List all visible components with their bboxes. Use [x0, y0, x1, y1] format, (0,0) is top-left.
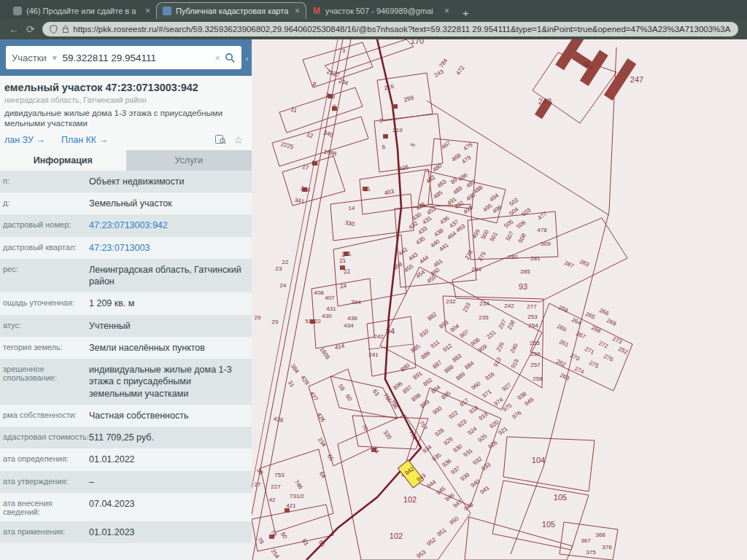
- parcel-label[interactable]: 431: [326, 306, 336, 312]
- parcel-label[interactable]: 434: [344, 322, 354, 329]
- parcel-label[interactable]: 277: [527, 303, 537, 310]
- parcel-label[interactable]: 6: [382, 144, 386, 150]
- parcel-label[interactable]: 248: [538, 97, 551, 106]
- parcel-label[interactable]: 105: [554, 493, 567, 502]
- parcel-label[interactable]: 21: [339, 257, 347, 264]
- info-row: рма собственности:Частная собственность: [0, 405, 252, 427]
- parcel-label[interactable]: 509: [541, 241, 551, 247]
- tab-close-icon[interactable]: ×: [295, 6, 300, 16]
- parcel-label[interactable]: 280: [508, 254, 518, 260]
- parcel-label[interactable]: 22: [282, 259, 289, 265]
- tab-close-icon[interactable]: ×: [444, 6, 449, 16]
- browser-tab-1[interactable]: (46) Продайте или сдайте в а ×: [7, 3, 156, 19]
- plan-kk-link[interactable]: План КК →: [61, 135, 108, 145]
- parcel-label[interactable]: 94: [386, 327, 395, 335]
- url-bar[interactable]: https://pkk.rosreestr.ru/#/search/59.325…: [42, 22, 738, 36]
- tab-services[interactable]: Услуги: [126, 150, 252, 171]
- parcel-label[interactable]: 170: [411, 39, 424, 45]
- info-row: дастровый квартал:47:23:0713003: [0, 237, 252, 259]
- parcel-label[interactable]: 232: [446, 298, 456, 305]
- info-row-value[interactable]: 47:23:0713003: [89, 242, 246, 254]
- parcel-label[interactable]: 256: [530, 351, 541, 357]
- parcel-label[interactable]: 376: [602, 544, 612, 551]
- parcel-label[interactable]: 51122: [305, 318, 321, 324]
- parcel-label[interactable]: 105: [542, 520, 555, 529]
- parcel-label[interactable]: 23: [276, 265, 282, 272]
- info-row-label: д:: [3, 198, 89, 209]
- parcel-label[interactable]: 102: [403, 495, 417, 504]
- parcel-label[interactable]: 753: [274, 472, 285, 478]
- sidebar-tabs: Информация Услуги: [0, 150, 252, 171]
- parcel-label[interactable]: 254: [528, 322, 538, 329]
- browser-tab-2-active[interactable]: Публичная кадастровая карта ×: [156, 2, 306, 19]
- parcel-label[interactable]: 255: [530, 340, 540, 346]
- parcel-label[interactable]: 22: [344, 268, 352, 275]
- parcel-label[interactable]: 478: [537, 227, 547, 233]
- parcel-label[interactable]: 24: [340, 282, 348, 289]
- parcel-label[interactable]: 29: [272, 319, 279, 325]
- parcel-label[interactable]: 284: [471, 266, 481, 273]
- parcel-label[interactable]: 367: [581, 537, 591, 544]
- parcel-label[interactable]: 375: [586, 549, 596, 556]
- parcel-label[interactable]: 731/2: [290, 493, 305, 499]
- parcel-label[interactable]: 257: [530, 362, 541, 368]
- favorite-star-icon[interactable]: ☆: [233, 134, 243, 146]
- parcel-label[interactable]: 247: [630, 75, 643, 84]
- parcel-label[interactable]: 93: [519, 282, 527, 291]
- parcel-label[interactable]: 2: [394, 103, 398, 109]
- info-row-value: –: [89, 476, 246, 488]
- parcel-label[interactable]: 219: [392, 127, 403, 133]
- parcel-label[interactable]: 29: [255, 314, 261, 321]
- parcel-label[interactable]: 3: [379, 117, 383, 124]
- parcel-label[interactable]: 241: [368, 351, 379, 358]
- back-icon[interactable]: ←: [9, 24, 19, 34]
- info-row-label: дастровый квартал:: [3, 242, 89, 254]
- tab-information[interactable]: Информация: [0, 150, 126, 171]
- info-row-value[interactable]: 47:23:0713003:942: [89, 219, 246, 231]
- parcel-label[interactable]: 430: [322, 313, 332, 319]
- info-row: ата внесения сведений:07.04.2023: [0, 493, 252, 521]
- parcel-label[interactable]: 258: [533, 376, 543, 382]
- parcel-label[interactable]: 281: [530, 255, 541, 262]
- parcel-label[interactable]: 242: [374, 333, 384, 340]
- new-tab-button[interactable]: +: [462, 7, 469, 19]
- parcel-label[interactable]: 234: [479, 300, 489, 307]
- parcel-label[interactable]: 253: [527, 314, 538, 320]
- search-icon[interactable]: [225, 52, 236, 63]
- info-row-label: ощадь уточненная:: [3, 298, 89, 309]
- parcel-label[interactable]: 408: [314, 289, 324, 296]
- search-category-dropdown[interactable]: Участки: [12, 52, 47, 63]
- reload-icon[interactable]: ⟳: [26, 24, 35, 34]
- parcel-label[interactable]: 42: [269, 497, 276, 503]
- parcel-label[interactable]: 235: [479, 314, 489, 321]
- parcel-label[interactable]: 14: [349, 205, 355, 211]
- search-input[interactable]: 59.322811 29.954111: [63, 52, 211, 63]
- clear-search-icon[interactable]: ×: [214, 52, 220, 63]
- parcel-label[interactable]: 4: [384, 133, 388, 140]
- parcel-label[interactable]: 407: [325, 295, 335, 301]
- info-row-value: 01.01.2023: [89, 526, 246, 538]
- parcel-usage: дивидуальные жилые дома 1-3 этажа с приу…: [4, 108, 243, 129]
- parcel-label[interactable]: 368: [595, 532, 605, 538]
- plan-zu-link[interactable]: лан ЗУ →: [4, 135, 45, 145]
- sidebar-collapse-button[interactable]: ‹: [242, 50, 252, 67]
- parcel-label[interactable]: 104: [532, 456, 545, 464]
- parcel-label[interactable]: 24: [280, 282, 287, 289]
- parcel-label[interactable]: 394: [351, 299, 361, 306]
- parcel-label[interactable]: 436: [347, 315, 357, 322]
- parcel-label[interactable]: 102: [390, 532, 403, 540]
- info-row-label: дастровый номер:: [3, 219, 89, 231]
- browser-tab-3[interactable]: M участок 507 - 9469989@gmai ×: [306, 3, 455, 19]
- chevron-down-icon[interactable]: ▼: [51, 54, 58, 62]
- url-text: https://pkk.rosreestr.ru/#/search/59.325…: [73, 25, 731, 34]
- parcel-label[interactable]: 27: [255, 481, 261, 488]
- parcel-label[interactable]: 242: [504, 303, 514, 309]
- cadastral-map[interactable]: 3170222723483449216299224378447224724836…: [252, 39, 747, 560]
- tab-close-icon[interactable]: ×: [145, 6, 150, 16]
- parcel-label[interactable]: 3: [342, 47, 346, 54]
- preview-icon[interactable]: [215, 135, 226, 144]
- parcel-label[interactable]: 421: [286, 502, 296, 509]
- parcel-label[interactable]: 227: [271, 483, 281, 490]
- parcel-label[interactable]: 285: [520, 268, 530, 275]
- card-icons: ☆: [215, 134, 243, 146]
